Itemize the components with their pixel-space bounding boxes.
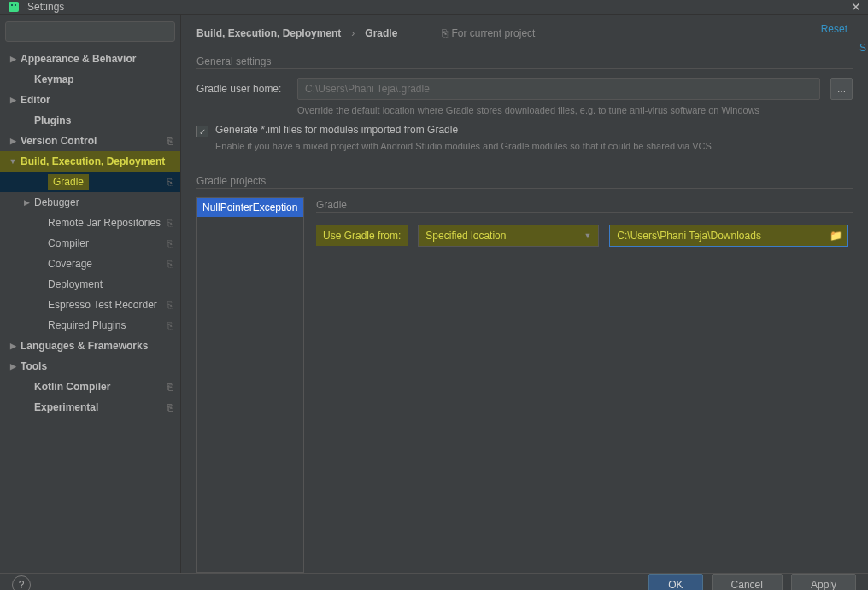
tree-label: Gradle <box>48 176 167 188</box>
tree-label: Tools <box>21 360 180 372</box>
arrow-icon: ▶ <box>9 96 17 104</box>
settings-tree: ▶Appearance & BehaviorKeymap▶EditorPlugi… <box>0 49 180 573</box>
copy-icon: ⎘ <box>167 320 173 330</box>
tree-label: Keymap <box>34 73 180 85</box>
ok-button[interactable]: OK <box>648 574 702 590</box>
search-wrap <box>0 15 180 49</box>
tree-item[interactable]: ▼Build, Execution, Deployment <box>0 151 180 172</box>
close-icon[interactable]: ✕ <box>851 0 861 14</box>
tree-label: Coverage <box>48 258 167 270</box>
divider <box>196 68 853 69</box>
tree-item[interactable]: ▶Version Control⎘ <box>0 131 180 151</box>
copy-icon: ⎘ <box>167 300 173 310</box>
footer: ? OK Cancel Apply <box>0 573 868 590</box>
svg-point-2 <box>15 4 16 6</box>
userhome-input[interactable] <box>297 78 820 100</box>
browse-button[interactable]: ... <box>830 78 853 100</box>
tree-label: Remote Jar Repositories <box>48 217 167 229</box>
gen-iml-label[interactable]: Generate *.iml files for modules importe… <box>215 124 458 136</box>
use-gradle-label: Use Gradle from: <box>316 225 408 246</box>
copy-icon: ⎘ <box>442 27 448 39</box>
tree-label: Compiler <box>48 237 167 249</box>
path-value: C:\Users\Phani Teja\Downloads <box>617 230 761 242</box>
tree-item[interactable]: ▶Appearance & Behavior <box>0 49 180 69</box>
tree-item[interactable]: Deployment <box>0 274 180 295</box>
gradle-path-input[interactable]: C:\Users\Phani Teja\Downloads 📁 <box>609 225 848 247</box>
chevron-right-icon: › <box>351 27 355 39</box>
tree-label: Version Control <box>21 135 167 147</box>
cancel-button[interactable]: Cancel <box>712 574 783 590</box>
arrow-icon: ▶ <box>9 55 17 63</box>
arrow-icon: ▶ <box>9 137 17 145</box>
tree-item[interactable]: Espresso Test Recorder⎘ <box>0 295 180 315</box>
breadcrumb: Build, Execution, Deployment › Gradle ⎘F… <box>196 23 853 44</box>
arrow-icon: ▶ <box>22 198 31 207</box>
tree-label: Appearance & Behavior <box>21 53 180 65</box>
divider <box>196 188 853 189</box>
tree-item[interactable]: Keymap <box>0 69 180 90</box>
tree-label: Deployment <box>48 278 180 290</box>
tree-item[interactable]: Coverage⎘ <box>0 254 180 274</box>
tree-label: Build, Execution, Deployment <box>21 155 180 167</box>
tree-item[interactable]: Plugins <box>0 110 180 131</box>
tree-item[interactable]: Remote Jar Repositories⎘ <box>0 213 180 233</box>
project-item[interactable]: NullPointerException <box>197 198 303 217</box>
sidebar: ▶Appearance & BehaviorKeymap▶EditorPlugi… <box>0 15 181 573</box>
arrow-icon: ▼ <box>9 157 17 166</box>
tree-label: Editor <box>21 94 180 106</box>
divider <box>316 212 853 213</box>
svg-rect-0 <box>9 2 19 12</box>
window-title: Settings <box>27 1 851 13</box>
tree-item[interactable]: ▶Languages & Frameworks <box>0 336 180 356</box>
tree-item[interactable]: Compiler⎘ <box>0 233 180 254</box>
tree-label: Espresso Test Recorder <box>48 299 167 311</box>
copy-icon: ⎘ <box>167 218 173 228</box>
tree-label: Experimental <box>34 401 167 413</box>
tree-item[interactable]: Required Plugins⎘ <box>0 315 180 336</box>
copy-icon: ⎘ <box>167 136 173 146</box>
reset-link[interactable]: Reset <box>821 23 847 35</box>
tree-label: Plugins <box>34 114 180 126</box>
tree-item[interactable]: ▶Tools <box>0 356 180 377</box>
breadcrumb-root[interactable]: Build, Execution, Deployment <box>196 27 341 39</box>
projects-section-label: Gradle projects <box>196 175 853 187</box>
use-gradle-combo[interactable]: Specified location ▼ <box>418 225 599 247</box>
apply-button[interactable]: Apply <box>791 574 856 590</box>
tree-label: Debugger <box>34 196 180 208</box>
android-studio-icon <box>7 0 21 14</box>
content: ▶Appearance & BehaviorKeymap▶EditorPlugi… <box>0 14 868 573</box>
copy-icon: ⎘ <box>167 402 173 412</box>
gen-iml-checkbox[interactable]: ✓ <box>196 126 208 137</box>
tree-item[interactable]: ▶Editor <box>0 90 180 110</box>
projects-area: NullPointerException Gradle Use Gradle f… <box>196 197 853 573</box>
chevron-down-icon: ▼ <box>584 231 591 240</box>
scroll-marker: S <box>859 42 866 54</box>
userhome-label: Gradle user home: <box>196 83 287 95</box>
search-input[interactable] <box>5 21 175 42</box>
userhome-hint: Override the default location where Grad… <box>297 105 853 115</box>
arrow-icon: ▶ <box>9 342 17 350</box>
folder-icon[interactable]: 📁 <box>830 230 842 242</box>
titlebar: Settings ✕ <box>0 0 868 14</box>
combo-value: Specified location <box>425 230 506 242</box>
copy-icon: ⎘ <box>167 259 173 269</box>
use-gradle-row: Use Gradle from: Specified location ▼ C:… <box>316 225 853 247</box>
projects-list[interactable]: NullPointerException <box>196 197 304 573</box>
arrow-icon: ▶ <box>9 362 17 371</box>
main-panel: Build, Execution, Deployment › Gradle ⎘F… <box>181 15 868 573</box>
tree-label: Required Plugins <box>48 319 167 331</box>
tree-item[interactable]: Experimental⎘ <box>0 397 180 418</box>
gen-iml-hint: Enable if you have a mixed project with … <box>215 141 853 151</box>
tree-item[interactable]: Gradle⎘ <box>0 172 180 192</box>
tree-item[interactable]: ▶Debugger <box>0 192 180 213</box>
copy-icon: ⎘ <box>167 238 173 248</box>
copy-icon: ⎘ <box>167 382 173 392</box>
general-section-label: General settings <box>196 55 853 67</box>
help-button[interactable]: ? <box>12 575 31 590</box>
project-details: Gradle Use Gradle from: Specified locati… <box>304 197 853 573</box>
tree-label: Kotlin Compiler <box>34 381 167 393</box>
gen-iml-row: ✓ Generate *.iml files for modules impor… <box>196 124 853 137</box>
breadcrumb-leaf: Gradle <box>365 27 397 39</box>
tree-label: Languages & Frameworks <box>21 340 180 352</box>
tree-item[interactable]: Kotlin Compiler⎘ <box>0 377 180 397</box>
